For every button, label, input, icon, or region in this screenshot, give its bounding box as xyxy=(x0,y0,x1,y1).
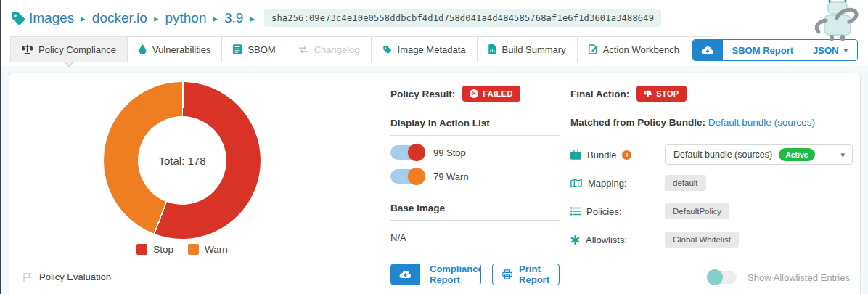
chevron-right-icon xyxy=(213,13,218,24)
policies-value-badge: DefaultPolicy xyxy=(665,203,729,219)
list-document-icon xyxy=(233,44,242,54)
tab-label: SBOM xyxy=(247,44,275,55)
exchange-arrows-icon xyxy=(298,46,308,54)
warn-toggle[interactable] xyxy=(390,169,424,184)
tab-label: Image Metadata xyxy=(398,44,466,55)
download-button[interactable] xyxy=(693,40,722,60)
bundle-selected-value: Default bundle (sources) xyxy=(673,150,772,160)
download-button[interactable] xyxy=(391,264,419,285)
breadcrumb-item-images[interactable]: Images xyxy=(29,10,74,26)
summary-column: Policy Result: FAILED Display in Action … xyxy=(390,73,560,285)
show-allowlisted-label: Show Allowlisted Entries xyxy=(748,272,850,283)
policy-bundle-column: Final Action: STOP Matched from Policy B… xyxy=(570,73,853,250)
bundle-active-badge: Active xyxy=(779,148,815,161)
tab-label: Policy Compliance xyxy=(38,44,116,55)
tab-sbom[interactable]: SBOM xyxy=(221,36,287,62)
tab-label: Build Summary xyxy=(502,44,566,55)
policy-evaluation-title: Policy Evaluation xyxy=(39,271,111,282)
tag-icon xyxy=(10,10,26,26)
matched-bundle-link[interactable]: Default bundle (sources) xyxy=(708,117,815,128)
tab-changelog: Changelog xyxy=(287,36,372,62)
mapping-row: Mapping: default xyxy=(570,173,853,193)
chevron-right-icon xyxy=(154,13,159,24)
warn-toggle-row: 79 Warn xyxy=(390,169,560,184)
flag-icon xyxy=(22,272,33,282)
asterisk-icon xyxy=(570,235,580,245)
mapping-label: Mapping: xyxy=(588,178,626,189)
tab-image-metadata[interactable]: Image Metadata xyxy=(371,36,478,62)
robot-mascot-icon xyxy=(810,0,862,45)
policies-label: Policies: xyxy=(586,206,621,217)
policy-compliance-panel: Total: 178 Stop Warn Policy Result: FAIL… xyxy=(9,73,861,294)
list-icon xyxy=(570,207,581,216)
print-report-button[interactable]: Print Report xyxy=(492,264,560,285)
legend-item-warn: Warn xyxy=(188,244,228,255)
breadcrumb: Images docker.io python 3.9 sha256:09e73… xyxy=(26,9,661,27)
allowlists-row: Allowlists: Global Whitelist xyxy=(570,229,853,250)
cloud-download-icon xyxy=(399,270,412,279)
allowlists-value-badge: Global Whitelist xyxy=(665,232,739,248)
briefcase-icon xyxy=(570,150,581,160)
matched-bundle-label: Matched from Policy Bundle: xyxy=(570,117,705,128)
image-digest-badge: sha256:09e73c4e10e0558ddbcbf4d1d758d041a… xyxy=(264,9,661,27)
donut-center: Total: 178 xyxy=(138,116,226,205)
thumbs-down-icon xyxy=(644,90,652,98)
policy-result-badge: FAILED xyxy=(462,86,520,102)
stop-toggle-label: 99 Stop xyxy=(433,147,466,158)
breadcrumb-item-repository[interactable]: python xyxy=(165,10,206,26)
file-chart-icon xyxy=(488,44,496,54)
policies-row: Policies: DefaultPolicy xyxy=(570,201,853,221)
cloud-download-icon xyxy=(701,46,714,55)
policy-result-label: Policy Result: xyxy=(390,89,455,99)
legend-item-stop: Stop xyxy=(136,244,173,255)
matched-bundle-row: Matched from Policy Bundle: Default bund… xyxy=(570,117,853,136)
chevron-right-icon xyxy=(81,13,86,24)
bundle-select[interactable]: Default bundle (sources) Active xyxy=(665,144,853,165)
chevron-down-icon xyxy=(840,150,845,160)
page-header: Images docker.io python 3.9 sha256:09e73… xyxy=(1,0,868,36)
show-allowlisted-row: Show Allowlisted Entries xyxy=(708,271,850,284)
tab-build-summary[interactable]: Build Summary xyxy=(477,36,578,62)
final-action-badge: STOP xyxy=(636,86,686,102)
stop-toggle-row: 99 Stop xyxy=(390,145,560,160)
breadcrumb-item-tag[interactable]: 3.9 xyxy=(224,10,243,26)
show-allowlisted-toggle[interactable] xyxy=(708,271,737,284)
tab-bar: Policy Compliance Vulnerabilities SBOM C… xyxy=(1,36,868,66)
tab-policy-compliance[interactable]: Policy Compliance xyxy=(10,36,128,62)
stop-toggle[interactable] xyxy=(390,145,424,160)
map-icon xyxy=(570,179,582,188)
droplet-icon xyxy=(139,44,147,54)
mapping-value-badge: default xyxy=(665,175,706,191)
window-left-edge xyxy=(0,0,1,294)
bundle-label: Bundle xyxy=(587,150,616,160)
legend-label: Warn xyxy=(205,244,228,255)
donut-legend: Stop Warn xyxy=(104,244,261,255)
tab-label: Vulnerabilities xyxy=(152,44,210,55)
policy-results-donut-chart: Total: 178 xyxy=(104,82,261,239)
tag-icon xyxy=(382,45,392,54)
bundle-row: Bundle Default bundle (sources) Active xyxy=(570,144,853,165)
file-edit-icon xyxy=(589,44,597,54)
allowlists-label: Allowlists: xyxy=(586,234,627,245)
tab-label: Action Workbench xyxy=(603,44,679,55)
warn-toggle-label: 79 Warn xyxy=(433,171,469,182)
chevron-right-icon xyxy=(250,13,255,24)
tab-divider: | xyxy=(688,44,690,55)
compliance-report-button[interactable]: Compliance Report xyxy=(419,264,481,285)
times-circle-icon xyxy=(470,89,478,98)
base-image-header: Base Image xyxy=(390,203,560,221)
tab-vulnerabilities[interactable]: Vulnerabilities xyxy=(127,36,222,62)
info-icon[interactable] xyxy=(622,150,631,160)
donut-total-label: Total: 178 xyxy=(158,155,205,167)
stop-swatch-icon xyxy=(136,244,147,255)
final-action-label: Final Action: xyxy=(570,89,629,99)
sbom-report-button[interactable]: SBOM Report xyxy=(722,40,803,60)
warn-swatch-icon xyxy=(188,244,199,255)
display-in-action-list-header: Display in Action List xyxy=(390,118,560,136)
breadcrumb-item-registry[interactable]: docker.io xyxy=(92,10,147,26)
balance-scale-icon xyxy=(22,44,33,54)
compliance-report-button-group: Compliance Report JSON xyxy=(390,264,481,285)
base-image-value: N/A xyxy=(390,232,560,243)
tab-label: Changelog xyxy=(314,44,360,55)
printer-icon xyxy=(502,269,512,279)
